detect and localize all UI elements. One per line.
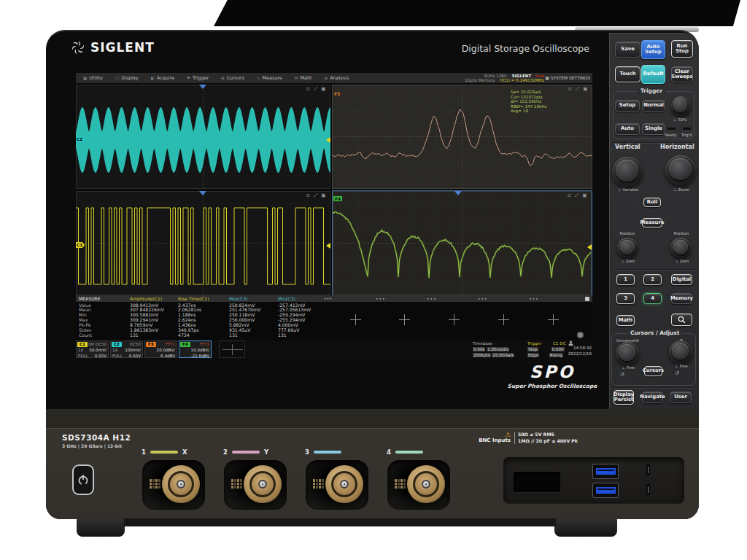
empty-slot-plus[interactable]: [350, 314, 361, 325]
grid-ch1-digital[interactable]: ⊙ ⤢ ▣C1: [76, 191, 330, 295]
grid-f4-fft[interactable]: ⊙ ⤢ ▣F4: [332, 190, 592, 296]
universal-knob[interactable]: [616, 342, 639, 365]
usb-port-1[interactable]: [592, 464, 619, 479]
display-icon: ▢: [115, 76, 119, 80]
side-slot-2: [646, 484, 650, 495]
trigger-level-knob[interactable]: [671, 96, 691, 116]
horizontal-position-knob[interactable]: [670, 238, 691, 258]
rotate-icon-a: ↺: [620, 371, 624, 378]
bnc-connector-3[interactable]: [306, 460, 368, 510]
screenshot-icon[interactable]: [577, 332, 584, 338]
front-panel: SDS7304A H12 3 GHz | 20 GSa/s | 12-bit ⚠…: [46, 409, 699, 519]
measure-button[interactable]: Measure: [642, 218, 662, 228]
navigate-button[interactable]: Navigate: [642, 392, 663, 403]
user-button[interactable]: User: [670, 392, 692, 403]
grid-ch2-am-waveform[interactable]: ⊙ ⤢ ▣C2: [76, 85, 330, 189]
trigger-single-button[interactable]: Single: [642, 123, 665, 135]
channel-4-button[interactable]: 4: [643, 293, 662, 304]
trace-label-f4[interactable]: F4: [333, 196, 342, 201]
save-button[interactable]: Save: [615, 42, 640, 58]
trigd-led: [683, 128, 691, 131]
trigger-block[interactable]: Trigger C1 DC Stop 0.00V Edge Rising: [527, 341, 566, 358]
b-knob[interactable]: [669, 341, 692, 364]
menu-item-cursors[interactable]: ⊕Cursors: [221, 75, 244, 81]
trigger-level-marker[interactable]: [326, 137, 330, 143]
memory-button[interactable]: Memory: [671, 293, 692, 304]
run-stop-button[interactable]: Run Stop: [671, 40, 693, 58]
bottom-strip: [124, 518, 556, 526]
channel-box-c1[interactable]: C11M DC501X50.0mV/FULL0.00V: [76, 341, 109, 358]
fft-parameters: Sa= 20.0GSa/sCurr 131072ptsΔf= 152.58kHz…: [511, 90, 546, 114]
vertical-scale-knob[interactable]: [612, 157, 643, 187]
product-tagline: Digital Storage Oscilloscope: [462, 43, 589, 54]
channel-box-c2[interactable]: C2DC501X100mV/FULL0.00V: [110, 341, 143, 358]
zoom-label: ⊥ Zoom: [670, 187, 692, 192]
empty-slot-plus[interactable]: [399, 314, 410, 325]
position-label: Position: [616, 231, 638, 236]
digital-button[interactable]: Digital: [671, 274, 692, 285]
menu-item-acquire[interactable]: ◧Acquire: [151, 75, 174, 81]
empty-slot-plus[interactable]: [548, 314, 559, 325]
display-persist-button[interactable]: Display Persist: [614, 390, 634, 405]
right-foot: [554, 518, 617, 537]
user-icon: [568, 341, 573, 346]
horizontal-section-label: Horizontal: [660, 144, 694, 150]
usb-port-2[interactable]: [592, 483, 619, 498]
search-zoom-button[interactable]: [671, 314, 692, 326]
menu-item-analysis[interactable]: ≡Analysis: [325, 75, 349, 81]
add-channel-button[interactable]: [219, 341, 245, 358]
empty-slot-plus[interactable]: [498, 314, 509, 325]
channel-box-f3[interactable]: F3FFT120.0dBV/6.4dBV: [144, 341, 177, 358]
oscilloscope-body: SIGLENT Digital Storage Oscilloscope ▦Ut…: [46, 30, 699, 519]
roll-button[interactable]: Roll: [643, 198, 661, 207]
spo-logo: SPO Super Phosphor Oscilloscope: [501, 364, 603, 389]
trigger-level-marker[interactable]: [587, 244, 592, 250]
math-button[interactable]: Math: [616, 315, 635, 326]
bnc-connector-4[interactable]: [387, 460, 450, 510]
trigger-position-marker[interactable]: [199, 85, 206, 89]
vertical-position-knob[interactable]: [617, 238, 638, 258]
horizontal-scale-knob[interactable]: [665, 155, 696, 186]
trace-label-f3[interactable]: F3: [333, 91, 341, 96]
rear-top-edge: [214, 0, 740, 26]
channel-box-f4[interactable]: F4FFT210.0dBV/-22.6dBV: [179, 341, 212, 358]
menu-item-math[interactable]: MMath: [295, 75, 312, 81]
auto-setup-button[interactable]: Auto Setup: [641, 40, 665, 59]
bnc-connector-2[interactable]: [224, 460, 287, 510]
menu-item-utility[interactable]: ▦Utility: [83, 75, 103, 81]
cursors-icon: ⊕: [221, 76, 225, 80]
grid-corner-icons[interactable]: ⊙ ⤢ ▣: [568, 192, 588, 198]
cursors-button[interactable]: Cursors: [644, 366, 662, 376]
trigger-position-marker[interactable]: [199, 191, 206, 195]
bnc-label-1: 1X: [142, 448, 187, 456]
default-button[interactable]: Default: [641, 65, 665, 84]
channel-1-button[interactable]: 1: [616, 274, 635, 285]
power-button[interactable]: [72, 464, 94, 495]
bnc-connector-1[interactable]: [142, 460, 205, 510]
menu-item-display[interactable]: ▢Display: [115, 75, 139, 81]
fifty-label: ⊥ 50%: [673, 117, 686, 122]
grid-corner-icons[interactable]: ⊙ ⤢ ▣: [568, 86, 589, 92]
channel-3-button[interactable]: 3: [616, 293, 635, 304]
trigger-position-marker[interactable]: [454, 191, 462, 195]
grid-corner-icons[interactable]: ⊙ ⤢ ▣: [306, 86, 327, 92]
channel-2-button[interactable]: 2: [643, 274, 662, 285]
grid-f3-fft[interactable]: ⊙ ⤢ ▣F3Sa= 20.0GSa/sCurr 131072ptsΔf= 15…: [332, 85, 592, 189]
measure-row-count: Count1314734131131: [76, 332, 411, 338]
menu-item-measure[interactable]: ∿Measure: [257, 75, 282, 81]
utility-icon: ▦: [83, 76, 87, 80]
clear-sweeps-button[interactable]: Clear Sweeps: [671, 66, 693, 82]
timebase-block[interactable]: Timebase 0.00s 1.00us/div 200kpts 20.0GS…: [473, 341, 514, 358]
system-settings-button[interactable]: ▦ SYSTEM SETTINGS: [545, 76, 590, 80]
touch-button[interactable]: Touch: [615, 66, 640, 82]
grid-corner-icons[interactable]: ⊙ ⤢ ▣: [306, 192, 327, 198]
empty-slot-plus[interactable]: [449, 314, 460, 325]
trigger-level-marker[interactable]: [326, 243, 330, 249]
lcd-screen[interactable]: ▦Utility▢Display◧Acquire⚑Trigger⊕Cursors…: [76, 73, 592, 359]
trigger-auto-button[interactable]: Auto: [615, 123, 640, 135]
side-slot-1: [646, 464, 650, 475]
siglent-swirl-icon: [70, 39, 86, 55]
trigger-normal-button[interactable]: Normal: [642, 100, 665, 112]
menu-item-trigger[interactable]: ⚑Trigger: [187, 75, 209, 81]
trigger-setup-button[interactable]: Setup: [615, 100, 640, 112]
